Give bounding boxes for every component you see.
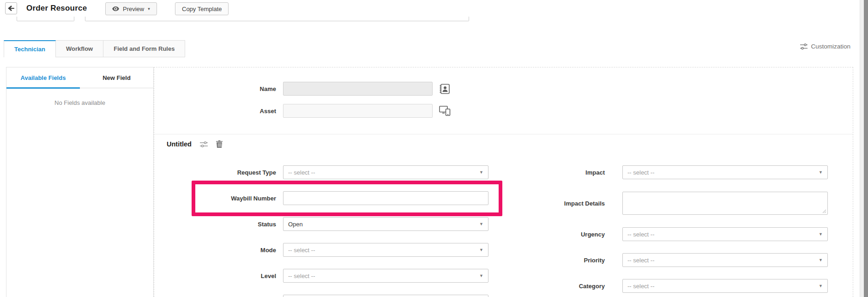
category-label: Category bbox=[485, 283, 605, 290]
available-fields-panel: Available Fields New Field No Fields ava… bbox=[6, 67, 154, 297]
form-row-request-type: Request Type-- select --▼ bbox=[154, 159, 505, 185]
request-type-select[interactable]: -- select --▼ bbox=[283, 165, 488, 179]
copy-template-button[interactable]: Copy Template bbox=[175, 2, 229, 15]
level-select[interactable]: -- select --▼ bbox=[283, 269, 488, 283]
section-header: Untitled bbox=[167, 140, 223, 148]
form-row-level: Level-- select --▼ bbox=[154, 263, 505, 289]
waybill-number-label: Waybill Number bbox=[154, 195, 276, 202]
section-divider bbox=[154, 134, 853, 134]
waybill-number-control bbox=[283, 191, 488, 205]
back-button[interactable] bbox=[5, 2, 17, 14]
chevron-down-icon: ▼ bbox=[819, 170, 823, 175]
template-tab-bar: Technician Workflow Field and Form Rules bbox=[4, 40, 185, 57]
priority-control: -- select --▼ bbox=[622, 253, 828, 267]
chevron-down-icon: ▼ bbox=[479, 248, 483, 252]
fields-panel-tabs: Available Fields New Field bbox=[6, 67, 153, 88]
name-control bbox=[283, 82, 433, 96]
request-type-label: Request Type bbox=[154, 169, 276, 176]
status-select[interactable]: Open▼ bbox=[283, 217, 488, 231]
form-header-fields: NameAsset bbox=[154, 78, 505, 122]
form-row-urgency: Urgency-- select --▼ bbox=[485, 221, 854, 247]
request-type-control: -- select --▼ bbox=[283, 165, 488, 179]
preview-button[interactable]: Preview ▾ bbox=[105, 2, 157, 15]
form-left-column: Request Type-- select --▼Waybill NumberS… bbox=[154, 159, 505, 297]
vertical-scrollbar-thumb[interactable] bbox=[864, 0, 868, 297]
contact-book-icon[interactable] bbox=[439, 84, 450, 94]
sliders-icon bbox=[800, 43, 808, 50]
customization-button[interactable]: Customization bbox=[800, 43, 850, 50]
mode-select-value: -- select -- bbox=[288, 247, 315, 254]
impact-label: Impact bbox=[485, 169, 605, 176]
cutoff-input-small bbox=[17, 17, 74, 21]
urgency-select[interactable]: -- select --▼ bbox=[622, 227, 828, 241]
tab-new-field[interactable]: New Field bbox=[80, 67, 153, 88]
category-select[interactable]: -- select --▼ bbox=[622, 279, 828, 293]
form-row-category: Category-- select --▼ bbox=[485, 273, 854, 297]
tab-new-field-label: New Field bbox=[102, 74, 131, 81]
tab-field-and-form-rules-label: Field and Form Rules bbox=[114, 45, 175, 52]
urgency-label: Urgency bbox=[485, 231, 605, 238]
sliders-icon[interactable] bbox=[200, 141, 208, 148]
mode-control: -- select --▼ bbox=[283, 243, 488, 257]
name-input bbox=[283, 82, 433, 96]
chevron-down-icon: ▼ bbox=[819, 232, 823, 236]
urgency-control: -- select --▼ bbox=[622, 227, 828, 241]
tab-available-fields[interactable]: Available Fields bbox=[6, 67, 80, 88]
waybill-number-input[interactable] bbox=[283, 191, 488, 205]
category-select-value: -- select -- bbox=[627, 283, 655, 290]
active-tab-underline bbox=[6, 87, 80, 89]
asset-label: Asset bbox=[154, 108, 276, 115]
vertical-scrollbar-track[interactable] bbox=[860, 0, 868, 297]
form-row-status: StatusOpen▼ bbox=[154, 211, 505, 237]
mode-label: Mode bbox=[154, 247, 276, 254]
priority-select[interactable]: -- select --▼ bbox=[622, 253, 828, 267]
impact-details-control bbox=[622, 192, 828, 215]
impact-select[interactable]: -- select --▼ bbox=[622, 165, 828, 179]
form-right-column: Impact-- select --▼Impact DetailsUrgency… bbox=[485, 159, 854, 297]
form-row-impact: Impact-- select --▼ bbox=[485, 159, 854, 185]
form-row-asset: Asset bbox=[154, 100, 505, 122]
chevron-down-icon: ▾ bbox=[148, 7, 150, 11]
status-control: Open▼ bbox=[283, 217, 488, 231]
chevron-down-icon: ▼ bbox=[479, 222, 483, 226]
trash-icon[interactable] bbox=[216, 140, 223, 148]
tab-field-and-form-rules[interactable]: Field and Form Rules bbox=[103, 40, 185, 57]
tab-technician[interactable]: Technician bbox=[4, 40, 56, 57]
cutoff-input-large bbox=[85, 17, 469, 21]
form-row-partial-5: ▼ bbox=[154, 289, 505, 297]
level-control: -- select --▼ bbox=[283, 269, 488, 283]
tab-available-fields-label: Available Fields bbox=[21, 74, 66, 81]
impact-control: -- select --▼ bbox=[622, 165, 828, 179]
eye-icon bbox=[112, 6, 119, 11]
form-row-impact-details: Impact Details bbox=[485, 185, 854, 221]
level-select-value: -- select -- bbox=[288, 273, 315, 279]
tab-workflow-label: Workflow bbox=[66, 45, 93, 52]
form-row-waybill-number: Waybill Number bbox=[154, 185, 505, 211]
chevron-down-icon: ▼ bbox=[479, 274, 483, 278]
urgency-select-value: -- select -- bbox=[627, 231, 655, 238]
form-row-priority: Priority-- select --▼ bbox=[485, 247, 854, 273]
impact-select-value: -- select -- bbox=[627, 169, 655, 176]
asset-control bbox=[283, 104, 433, 118]
chevron-down-icon: ▼ bbox=[819, 258, 823, 262]
no-fields-message: No Fields available bbox=[6, 99, 153, 106]
customization-label: Customization bbox=[811, 43, 850, 50]
level-label: Level bbox=[154, 273, 276, 279]
preview-button-label: Preview bbox=[123, 6, 144, 12]
status-label: Status bbox=[154, 221, 276, 228]
arrow-left-icon bbox=[8, 6, 14, 11]
tab-workflow[interactable]: Workflow bbox=[56, 40, 103, 57]
request-type-select-value: -- select -- bbox=[288, 169, 315, 176]
chevron-down-icon: ▼ bbox=[479, 170, 483, 175]
asset-input bbox=[283, 104, 433, 118]
priority-label: Priority bbox=[485, 257, 605, 264]
priority-select-value: -- select -- bbox=[627, 257, 655, 264]
chevron-down-icon: ▼ bbox=[819, 284, 823, 288]
category-control: -- select --▼ bbox=[622, 279, 828, 293]
status-select-value: Open bbox=[288, 221, 303, 228]
mode-select[interactable]: -- select --▼ bbox=[283, 243, 488, 257]
impact-details-textarea[interactable] bbox=[622, 192, 828, 215]
field-select[interactable]: ▼ bbox=[283, 295, 488, 297]
impact-details-label: Impact Details bbox=[485, 200, 605, 207]
devices-icon[interactable] bbox=[439, 106, 451, 116]
